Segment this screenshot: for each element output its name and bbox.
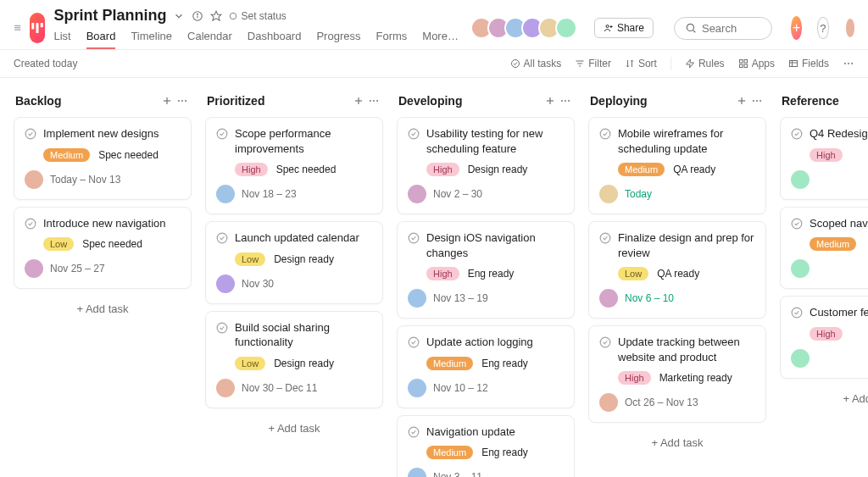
complete-task-icon[interactable]	[216, 126, 228, 140]
sort-button[interactable]: Sort	[625, 58, 657, 69]
info-icon[interactable]	[192, 10, 203, 22]
share-label: Share	[617, 22, 644, 34]
complete-task-icon[interactable]	[216, 230, 228, 244]
column-add-icon[interactable]	[351, 93, 366, 108]
chevron-down-icon[interactable]	[173, 10, 185, 22]
rules-button[interactable]: Rules	[685, 58, 725, 69]
task-card[interactable]: Navigation updateMediumEng readyNov 3 – …	[397, 415, 575, 477]
column-more-icon[interactable]	[366, 93, 381, 108]
tab-timeline[interactable]: Timeline	[131, 30, 172, 49]
task-card[interactable]: Design iOS navigation changesHighEng rea…	[397, 221, 575, 319]
column-more-icon[interactable]	[175, 93, 190, 108]
complete-task-icon[interactable]	[599, 335, 611, 348]
fields-button[interactable]: Fields	[788, 58, 829, 69]
tab-board[interactable]: Board	[86, 30, 116, 49]
task-card[interactable]: Mobile wireframes for scheduling updateM…	[588, 117, 766, 214]
column-more-icon[interactable]	[749, 93, 765, 108]
assignee-avatar[interactable]	[599, 289, 618, 308]
svg-point-54	[409, 427, 419, 437]
add-task-button[interactable]: Add task	[14, 296, 192, 322]
svg-point-69	[792, 219, 802, 229]
svg-rect-21	[739, 60, 743, 64]
task-card[interactable]: Scoped navigation updateMedium	[780, 207, 868, 290]
complete-task-icon[interactable]	[408, 335, 420, 348]
tab-dashboard[interactable]: Dashboard	[248, 30, 302, 49]
set-status-button[interactable]: Set status	[229, 10, 286, 22]
member-facepile[interactable]	[476, 17, 577, 39]
column-add-icon[interactable]	[542, 93, 558, 108]
complete-task-icon[interactable]	[599, 230, 611, 244]
toolbar: Created today All tasks Filter Sort Rule…	[0, 49, 868, 78]
status-label: Marketing ready	[659, 372, 732, 384]
tab-forms[interactable]: Forms	[376, 30, 407, 49]
assignee-avatar[interactable]	[408, 379, 426, 397]
add-task-button[interactable]: Add task	[205, 415, 383, 441]
assignee-avatar[interactable]	[408, 468, 426, 477]
star-icon[interactable]	[210, 10, 222, 22]
complete-task-icon[interactable]	[791, 126, 803, 140]
complete-task-icon[interactable]	[25, 126, 36, 140]
filter-button[interactable]: Filter	[575, 58, 611, 69]
share-button[interactable]: Share	[594, 18, 654, 38]
assignee-avatar[interactable]	[599, 393, 618, 412]
created-label: Created today	[14, 58, 510, 69]
task-card[interactable]: Scope performance improvementsHighSpec n…	[205, 117, 383, 214]
column-add-icon[interactable]	[159, 93, 175, 108]
search-box[interactable]	[674, 17, 772, 40]
complete-task-icon[interactable]	[791, 216, 803, 230]
task-card[interactable]: Update tracking between website and prod…	[588, 325, 766, 423]
task-card[interactable]: Update action loggingMediumEng readyNov …	[397, 325, 575, 408]
menu-icon[interactable]	[14, 24, 21, 31]
add-task-button[interactable]: Add task	[588, 430, 766, 456]
assignee-avatar[interactable]	[599, 185, 618, 203]
status-label: Design ready	[468, 164, 528, 175]
assignee-avatar[interactable]	[791, 349, 810, 368]
task-card[interactable]: Customer feedback for mHigh	[780, 296, 868, 379]
assignee-avatar[interactable]	[791, 170, 810, 189]
task-card[interactable]: Q4 Redesign kickoff notesHigh	[780, 117, 868, 200]
svg-point-8	[198, 14, 198, 14]
task-date: Nov 25 – 27	[50, 263, 105, 275]
apps-button[interactable]: Apps	[738, 58, 775, 69]
priority-badge: Medium	[426, 446, 473, 459]
task-card[interactable]: Build social sharing functionalityLowDes…	[205, 311, 383, 408]
add-task-button[interactable]: Add task	[780, 385, 868, 412]
tab-calendar[interactable]: Calendar	[187, 30, 232, 49]
column-more-icon[interactable]	[558, 93, 573, 108]
assignee-avatar[interactable]	[791, 259, 810, 278]
tab-more[interactable]: More…	[422, 30, 459, 49]
assignee-avatar[interactable]	[25, 259, 43, 278]
complete-task-icon[interactable]	[408, 126, 420, 140]
complete-task-icon[interactable]	[216, 320, 228, 334]
global-add-button[interactable]: +	[791, 16, 802, 40]
svg-point-43	[217, 129, 227, 139]
help-button[interactable]: ?	[817, 17, 828, 39]
assignee-avatar[interactable]	[216, 275, 235, 293]
svg-marker-20	[686, 59, 693, 68]
search-input[interactable]	[702, 22, 761, 35]
assignee-avatar[interactable]	[408, 289, 426, 308]
complete-task-icon[interactable]	[25, 216, 36, 230]
task-card[interactable]: Implement new designsMediumSpec neededTo…	[14, 117, 192, 200]
assignee-avatar[interactable]	[408, 185, 426, 203]
assignee-avatar[interactable]	[216, 379, 235, 397]
assignee-avatar[interactable]	[25, 170, 43, 189]
complete-task-icon[interactable]	[408, 424, 420, 438]
complete-task-icon[interactable]	[791, 305, 803, 319]
task-title: Implement new designs	[43, 126, 159, 141]
task-card[interactable]: Launch updated calendarLowDesign readyNo…	[205, 221, 383, 304]
task-title: Navigation update	[426, 424, 515, 440]
task-card[interactable]: Introduce new navigationLowSpec neededNo…	[14, 207, 192, 290]
complete-task-icon[interactable]	[408, 230, 420, 244]
column-add-icon[interactable]	[734, 93, 749, 108]
complete-task-icon[interactable]	[599, 126, 611, 140]
user-avatar[interactable]	[846, 19, 854, 37]
task-card[interactable]: Usability testing for new scheduling fea…	[397, 117, 575, 214]
all-tasks-button[interactable]: All tasks	[510, 58, 562, 69]
tab-progress[interactable]: Progress	[316, 30, 360, 49]
more-options-icon[interactable]	[843, 58, 854, 69]
task-card[interactable]: Finalize design and prep for reviewLowQA…	[588, 221, 766, 319]
assignee-avatar[interactable]	[216, 185, 235, 203]
tab-list[interactable]: List	[53, 30, 70, 49]
priority-badge: Medium	[618, 163, 665, 176]
